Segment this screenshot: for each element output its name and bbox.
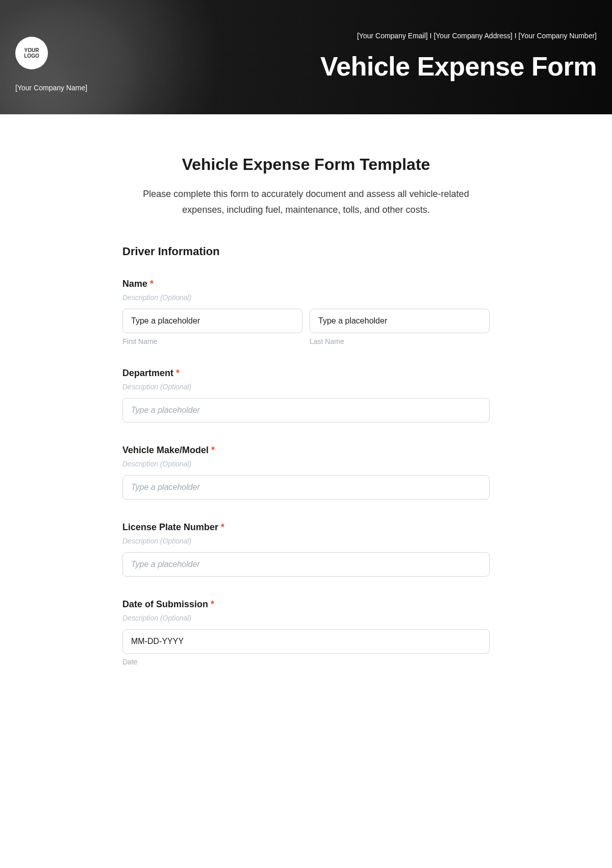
label-text: Vehicle Make/Model xyxy=(122,445,209,455)
label-date: Date of Submission * xyxy=(122,599,490,610)
required-mark: * xyxy=(221,522,224,532)
company-address: [Your Company Address] xyxy=(434,32,512,40)
desc-department: Description (Optional) xyxy=(122,383,490,391)
label-name: Name * xyxy=(122,279,490,289)
required-mark: * xyxy=(211,599,214,609)
department-input[interactable] xyxy=(122,398,490,423)
label-text: License Plate Number xyxy=(122,522,218,532)
first-name-col: First Name xyxy=(122,309,302,345)
logo-block: YOUR LOGO [Your Company Name] xyxy=(15,37,87,92)
label-text: Department xyxy=(122,368,173,378)
form-title: Vehicle Expense Form Template xyxy=(122,155,490,174)
form-description: Please complete this form to accurately … xyxy=(122,186,490,217)
desc-plate: Description (Optional) xyxy=(122,537,490,545)
label-text: Name xyxy=(122,279,147,289)
separator: I xyxy=(513,32,519,40)
label-vehicle: Vehicle Make/Model * xyxy=(122,445,490,456)
company-email: [Your Company Email] xyxy=(357,32,428,40)
desc-date: Description (Optional) xyxy=(122,614,490,622)
vehicle-input[interactable] xyxy=(122,475,490,500)
required-mark: * xyxy=(150,279,154,289)
desc-vehicle: Description (Optional) xyxy=(122,460,490,468)
desc-name: Description (Optional) xyxy=(122,293,490,302)
field-name: Name * Description (Optional) First Name… xyxy=(122,279,490,345)
required-mark: * xyxy=(211,445,215,455)
section-driver-info: Driver Information xyxy=(122,245,490,258)
header-banner: YOUR LOGO [Your Company Name] [Your Comp… xyxy=(0,0,612,114)
logo-placeholder: YOUR LOGO xyxy=(15,37,48,69)
company-name: [Your Company Name] xyxy=(15,84,87,92)
name-row: First Name Last Name xyxy=(122,309,490,345)
form-container: Vehicle Expense Form Template Please com… xyxy=(97,114,515,709)
first-name-input[interactable] xyxy=(122,309,302,333)
field-department: Department * Description (Optional) xyxy=(122,368,490,423)
field-date: Date of Submission * Description (Option… xyxy=(122,599,490,666)
label-text: Date of Submission xyxy=(122,599,208,609)
header-title: Vehicle Expense Form xyxy=(87,51,597,82)
last-name-input[interactable] xyxy=(310,309,490,333)
plate-input[interactable] xyxy=(122,552,490,577)
company-info: [Your Company Email] I [Your Company Add… xyxy=(87,32,597,40)
label-plate: License Plate Number * xyxy=(122,522,490,533)
last-name-col: Last Name xyxy=(310,309,490,345)
first-name-sublabel: First Name xyxy=(122,337,302,345)
company-number: [Your Company Number] xyxy=(518,32,597,40)
last-name-sublabel: Last Name xyxy=(310,337,490,345)
date-input[interactable] xyxy=(122,629,490,654)
logo-text: YOUR LOGO xyxy=(24,47,39,59)
separator: I xyxy=(428,32,434,40)
date-sublabel: Date xyxy=(122,658,490,666)
field-vehicle: Vehicle Make/Model * Description (Option… xyxy=(122,445,490,500)
header-right: [Your Company Email] I [Your Company Add… xyxy=(87,10,597,82)
required-mark: * xyxy=(176,368,180,378)
label-department: Department * xyxy=(122,368,490,379)
field-plate: License Plate Number * Description (Opti… xyxy=(122,522,490,577)
